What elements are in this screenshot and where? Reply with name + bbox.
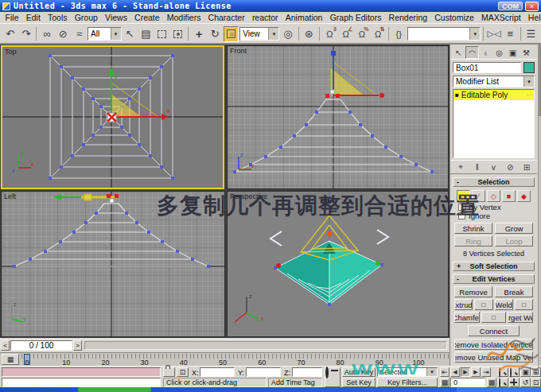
add-time-tag[interactable]: Add Time Tag xyxy=(268,378,322,387)
weld-button[interactable]: Weld xyxy=(495,299,513,310)
grow-button[interactable]: Grow xyxy=(495,223,533,234)
rollout-selection-header[interactable]: - Selection xyxy=(453,177,535,187)
object-name-field[interactable]: Box01 xyxy=(453,62,521,73)
selection-filter-dropdown[interactable]: All ▼ xyxy=(88,27,121,41)
chevron-down-icon[interactable]: ▼ xyxy=(111,28,121,40)
go-to-start-button[interactable]: ⇤ xyxy=(440,367,450,377)
redo-button[interactable]: ↷ xyxy=(18,26,33,42)
prev-key-button[interactable]: < xyxy=(1,340,10,351)
modifier-list-dropdown[interactable]: Modifier List ▼ xyxy=(453,76,535,87)
set-key-button[interactable]: Set Key xyxy=(342,378,376,387)
rollout-soft-selection-header[interactable]: + Soft Selection xyxy=(453,262,535,271)
select-and-link-icon[interactable]: ∞ xyxy=(39,26,54,42)
select-and-manipulate-button[interactable]: ⊛ xyxy=(302,26,317,42)
unlink-selection-icon[interactable]: ⊘ xyxy=(56,26,71,42)
loop-button[interactable]: Loop xyxy=(495,235,533,246)
y-coord-field[interactable] xyxy=(246,367,281,377)
x-coord-field[interactable] xyxy=(200,367,235,377)
break-button[interactable]: Break xyxy=(495,286,533,297)
stack-item-editable-poly[interactable]: ■ Editable Poly ·· xyxy=(453,90,534,100)
named-selection-sets-dropdown[interactable]: ▼ xyxy=(407,27,481,41)
layers-button[interactable]: ☰ xyxy=(523,26,539,42)
snap-toggle-button[interactable]: Ω3 xyxy=(322,26,337,42)
rollout-edit-vertices-header[interactable]: - Edit Vertices xyxy=(453,274,535,284)
track-bar-groove[interactable] xyxy=(84,341,447,350)
z-coord-field[interactable] xyxy=(292,367,322,377)
panel-tab[interactable]: ♁ xyxy=(479,46,492,59)
menu-item[interactable]: reactor xyxy=(248,13,282,22)
align-button[interactable]: ≡ xyxy=(503,26,518,42)
window-crossing-toggle[interactable] xyxy=(170,26,185,42)
menu-item[interactable]: Animation xyxy=(282,13,326,22)
extrude-settings-button[interactable]: □ xyxy=(474,299,492,310)
maxscript-macro-line[interactable] xyxy=(2,378,161,387)
set-keys-button[interactable] xyxy=(325,367,341,387)
stack-tool-button[interactable]: ⊘ xyxy=(504,163,516,172)
stack-tool-button[interactable]: ⊞ xyxy=(521,163,532,172)
prev-frame-button[interactable]: ◀ xyxy=(450,367,460,377)
chamfer-button[interactable]: Chamfer xyxy=(454,312,480,323)
angle-snap-button[interactable]: Ω∠ xyxy=(338,26,353,42)
stack-tool-button[interactable]: ⌖ xyxy=(455,162,466,172)
viewport-top[interactable]: Top xyxy=(1,45,224,189)
ring-button[interactable]: Ring xyxy=(454,235,492,246)
target-weld-button[interactable]: Target Weld xyxy=(508,312,533,323)
panel-tab[interactable]: ◠ xyxy=(465,46,479,59)
select-and-rotate-button[interactable]: ↻ xyxy=(208,26,223,42)
spinner-snap-button[interactable]: Ω⇅ xyxy=(370,26,385,42)
shrink-button[interactable]: Shrink xyxy=(454,223,492,234)
stack-tool-button[interactable]: ∨ xyxy=(488,163,500,172)
menu-item[interactable]: Tools xyxy=(44,13,71,22)
select-and-move-button[interactable]: + xyxy=(191,26,206,42)
viewport-front[interactable]: Front xyxy=(227,45,449,189)
panel-tab[interactable]: ◎ xyxy=(492,46,506,59)
object-color-swatch[interactable] xyxy=(523,62,535,73)
chevron-down-icon[interactable]: ▼ xyxy=(523,76,534,87)
mini-curve-editor-button[interactable]: ▦ xyxy=(2,354,19,365)
subobject-button[interactable]: ◆ xyxy=(517,190,531,202)
menu-item[interactable]: Customize xyxy=(431,13,478,22)
absolute-offset-toggle[interactable]: ⊡ xyxy=(177,367,189,377)
reference-coordsys-dropdown[interactable]: View ▼ xyxy=(239,27,279,41)
subobject-button[interactable]: ■ xyxy=(502,190,516,202)
undo-button[interactable]: ↶ xyxy=(2,26,18,42)
subobject-button[interactable]: ◇ xyxy=(487,190,500,202)
rect-selection-region-button[interactable] xyxy=(154,26,169,42)
remove-button[interactable]: Remove xyxy=(454,286,492,297)
weld-settings-button[interactable]: □ xyxy=(515,299,533,310)
panel-tab[interactable]: ⚒ xyxy=(520,46,533,59)
next-key-button[interactable]: > xyxy=(73,340,82,351)
maxscript-mini-listener[interactable] xyxy=(2,367,161,377)
close-button[interactable]: × xyxy=(525,2,539,11)
key-filters-button[interactable]: Key Filters... xyxy=(377,378,438,387)
menu-item[interactable]: Group xyxy=(71,13,101,22)
chevron-down-icon[interactable]: ▼ xyxy=(268,28,278,40)
menu-item[interactable]: Graph Editors xyxy=(326,13,385,22)
menu-item[interactable]: Modifiers xyxy=(163,13,204,22)
key-mode-toggle[interactable]: ▩ xyxy=(440,378,450,387)
chevron-down-icon[interactable]: ▼ xyxy=(469,28,480,40)
menu-item[interactable]: Rendering xyxy=(385,13,431,22)
extrude-button[interactable]: Extrude xyxy=(454,299,473,310)
bind-to-spacewarp-icon[interactable]: ≈ xyxy=(72,26,87,42)
select-and-scale-button[interactable] xyxy=(224,26,239,42)
play-button[interactable]: ▶ xyxy=(461,367,470,377)
menu-item[interactable]: Create xyxy=(130,13,163,22)
edit-named-selections-button[interactable]: {} xyxy=(391,26,407,42)
mirror-button[interactable]: ▷◁ xyxy=(486,26,501,42)
percent-snap-button[interactable]: Ω% xyxy=(354,26,369,42)
menu-item[interactable]: Edit xyxy=(22,13,44,22)
select-object-button[interactable]: ↖ xyxy=(123,26,138,42)
panel-tab[interactable]: ↖ xyxy=(452,46,465,59)
chevron-down-icon[interactable]: ▼ xyxy=(426,368,437,376)
selection-lock-toggle[interactable] xyxy=(163,367,175,377)
stack-tool-button[interactable]: ‖ xyxy=(472,163,483,172)
menu-item[interactable]: Views xyxy=(101,13,130,22)
select-by-name-button[interactable]: ▤ xyxy=(138,26,154,42)
panel-tab[interactable]: ▣ xyxy=(506,46,520,59)
chamfer-settings-button[interactable]: □ xyxy=(481,312,507,323)
panel-scrollbar[interactable] xyxy=(538,45,541,366)
menu-item[interactable]: File xyxy=(2,13,22,22)
use-pivot-center-button[interactable]: ◎ xyxy=(280,26,295,42)
menu-item[interactable]: MAXScript xyxy=(477,13,524,22)
